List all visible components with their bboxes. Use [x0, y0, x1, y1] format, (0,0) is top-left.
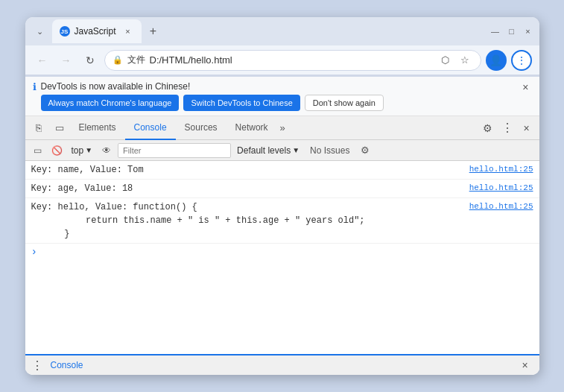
- console-eye-icon[interactable]: 👁: [98, 142, 115, 159]
- devtools-bottom-bar: ⋮ Console ×: [25, 354, 539, 375]
- translate-button[interactable]: ⬡: [437, 52, 454, 69]
- console-expand-arrow[interactable]: ›: [25, 244, 539, 260]
- bottom-dots-icon[interactable]: ⋮: [31, 358, 46, 373]
- info-buttons: Always match Chrome's language Switch De…: [41, 95, 516, 111]
- bottom-console-label[interactable]: Console: [51, 360, 83, 370]
- console-line-link-3[interactable]: hello.html:25: [469, 200, 533, 213]
- devtools-settings-icon[interactable]: ⚙: [478, 118, 498, 138]
- title-bar: ⌄ JS JavaScript × + — □ ×: [25, 17, 539, 45]
- new-tab-button[interactable]: +: [145, 22, 162, 40]
- minimize-button[interactable]: —: [490, 26, 501, 37]
- bookmark-button[interactable]: ☆: [457, 52, 473, 69]
- no-issues-label: No Issues: [305, 145, 354, 156]
- devtools-more-icon[interactable]: ⋮: [498, 118, 517, 138]
- console-line-link-2[interactable]: hello.html:25: [469, 182, 533, 195]
- tab-close-button[interactable]: ×: [122, 25, 134, 37]
- console-line-text-3a: Key: hello, Value: function() {: [31, 200, 197, 214]
- console-line-1: Key: name, Value: Tom hello.html:25: [25, 161, 539, 180]
- console-toolbar: ▭ 🚫 top ▼ 👁 Default levels ▼ No Issues ⚙: [25, 140, 539, 161]
- info-icon: ℹ: [33, 81, 37, 92]
- browser-tab[interactable]: JS JavaScript ×: [52, 19, 142, 43]
- console-line-text-3c: }: [31, 227, 533, 241]
- url-text: D:/HTML/hello.html: [150, 54, 433, 66]
- maximize-button[interactable]: □: [507, 26, 517, 37]
- back-button[interactable]: ←: [33, 51, 52, 70]
- close-button[interactable]: ×: [523, 26, 533, 37]
- devtools-cursor-icon[interactable]: ⎘: [28, 118, 49, 139]
- levels-dropdown-arrow: ▼: [292, 146, 300, 154]
- protocol-icon: 🔒: [113, 55, 123, 65]
- reload-button[interactable]: ↻: [80, 51, 100, 70]
- console-line-text-3b: return this.name + " is " + this.age + "…: [31, 214, 533, 227]
- console-line-2: Key: age, Value: 18 hello.html:25: [25, 180, 539, 198]
- tab-console[interactable]: Console: [125, 116, 176, 140]
- devtools-close-button[interactable]: ×: [517, 118, 536, 138]
- switch-devtools-button[interactable]: Switch DevTools to Chinese: [183, 95, 300, 111]
- console-sidebar-icon[interactable]: ▭: [30, 142, 46, 159]
- bottom-close-button[interactable]: ×: [517, 357, 533, 373]
- tab-area: ⌄ JS JavaScript × +: [31, 19, 487, 43]
- devtools-panel: ℹ DevTools is now available in Chinese! …: [25, 75, 539, 375]
- protocol-label: 文件: [127, 54, 145, 66]
- tab-chevron-icon[interactable]: ⌄: [31, 22, 49, 40]
- always-match-button[interactable]: Always match Chrome's language: [41, 95, 180, 111]
- console-line-3: Key: hello, Value: function() { hello.ht…: [25, 198, 539, 244]
- address-bar: ← → ↻ 🔒 文件 D:/HTML/hello.html ⬡ ☆ 👤 ⋮: [25, 45, 539, 75]
- devtools-tabs: ⎘ ▭ Elements Console Sources Network » ⚙…: [25, 116, 539, 140]
- devtools-more-tabs[interactable]: »: [277, 122, 288, 133]
- console-line-text-1: Key: name, Value: Tom: [31, 163, 469, 177]
- info-close-button[interactable]: ×: [519, 81, 531, 93]
- tab-sources[interactable]: Sources: [176, 116, 226, 140]
- tab-title: JavaScript: [75, 26, 118, 37]
- info-content: DevTools is now available in Chinese! Al…: [41, 81, 516, 111]
- console-line-text-2: Key: age, Value: 18: [31, 182, 469, 195]
- console-context-dropdown[interactable]: top ▼: [69, 142, 96, 159]
- tab-favicon: JS: [60, 26, 70, 37]
- dropdown-arrow: ▼: [85, 146, 92, 154]
- console-filter-input[interactable]: [118, 143, 231, 158]
- tab-network[interactable]: Network: [226, 116, 277, 140]
- address-input[interactable]: 🔒 文件 D:/HTML/hello.html ⬡ ☆: [104, 50, 481, 71]
- dont-show-button[interactable]: Don't show again: [305, 95, 384, 111]
- console-line-text-3: Key: hello, Value: function() { hello.ht…: [31, 200, 533, 241]
- console-settings-icon[interactable]: ⚙: [357, 142, 373, 159]
- browser-window: ⌄ JS JavaScript × + — □ × ← → ↻ 🔒 文件 D:/…: [25, 17, 539, 375]
- forward-button[interactable]: →: [57, 51, 76, 70]
- devtools-device-icon[interactable]: ▭: [49, 118, 70, 139]
- info-text: DevTools is now available in Chinese!: [41, 81, 516, 92]
- menu-button[interactable]: ⋮: [511, 50, 532, 71]
- address-actions: ⬡ ☆: [437, 52, 473, 69]
- default-levels-dropdown[interactable]: Default levels ▼: [234, 145, 302, 156]
- console-clear-icon[interactable]: 🚫: [49, 142, 66, 159]
- tab-elements[interactable]: Elements: [70, 116, 125, 140]
- devtools-info-bar: ℹ DevTools is now available in Chinese! …: [25, 77, 539, 116]
- title-bar-controls: — □ ×: [490, 26, 533, 37]
- console-content: Key: name, Value: Tom hello.html:25 Key:…: [25, 161, 539, 354]
- console-line-link-1[interactable]: hello.html:25: [469, 163, 533, 176]
- profile-button[interactable]: 👤: [486, 50, 507, 71]
